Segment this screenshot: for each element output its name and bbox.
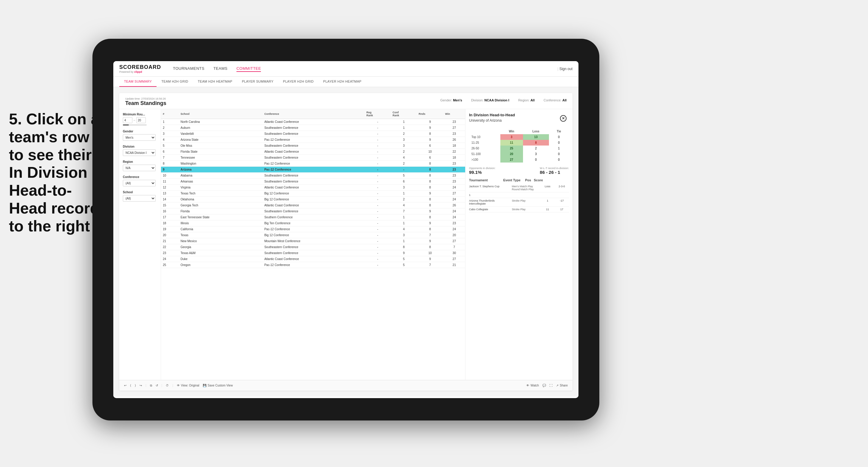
col-num[interactable]: # xyxy=(161,109,179,119)
cell-rnds: 6 xyxy=(417,143,443,149)
sign-out-button[interactable]: Sign out xyxy=(558,67,573,71)
h2h-close-button[interactable]: ✕ xyxy=(560,115,566,122)
table-row[interactable]: 21 New Mexico Mountain West Conference -… xyxy=(161,238,465,244)
table-row[interactable]: 1 North Carolina Atlantic Coast Conferen… xyxy=(161,119,465,125)
table-row[interactable]: 2 Auburn Southeastern Conference - 1 9 2… xyxy=(161,125,465,131)
table-row[interactable]: 12 Virginia Atlantic Coast Conference - … xyxy=(161,185,465,191)
cell-conf-rank: 3 xyxy=(391,137,417,143)
table-row[interactable]: 25 Oregon Pac-12 Conference - 5 7 21 xyxy=(161,262,465,268)
table-row[interactable]: 6 Florida State Atlantic Coast Conferenc… xyxy=(161,149,465,155)
table-row[interactable]: 19 California Pac-12 Conference - 4 8 24 xyxy=(161,226,465,232)
cell-win: 23 xyxy=(443,161,465,167)
cell-num: 9 xyxy=(161,167,179,173)
table-row[interactable]: 15 Georgia Tech Atlantic Coast Conferenc… xyxy=(161,203,465,209)
cell-rnds: 7 xyxy=(417,262,443,268)
save-custom-button[interactable]: 💾 Save Custom View xyxy=(203,384,232,387)
table-row[interactable]: 3 Vanderbilt Southeastern Conference - 2… xyxy=(161,131,465,137)
rounds-min-input[interactable] xyxy=(123,117,132,123)
sub-nav-team-summary[interactable]: TEAM SUMMARY xyxy=(119,76,157,87)
cell-win: 26 xyxy=(443,203,465,209)
h2h-wlt-label: W-L-T record in-division: xyxy=(540,167,569,170)
table-row[interactable]: 18 Illinois Big Ten Conference - 1 9 23 xyxy=(161,220,465,226)
cell-school: Alabama xyxy=(179,173,263,179)
step-forward-button[interactable]: ⟩ xyxy=(135,384,136,387)
cell-conf-rank: 1 xyxy=(391,125,417,131)
table-row[interactable]: 5 Ole Miss Southeastern Conference - 3 6… xyxy=(161,143,465,149)
cell-win: 23 xyxy=(443,167,465,173)
table-row[interactable]: 16 Florida Southeastern Conference - 7 9… xyxy=(161,209,465,214)
cell-conference: Atlantic Coast Conference xyxy=(262,256,364,262)
cell-reg-rank: - xyxy=(365,250,391,256)
tablet-frame: SCOREBOARD Powered by clippd TOURNAMENTS… xyxy=(92,39,599,421)
col-reg-rank[interactable]: RegRank xyxy=(365,109,391,119)
step-back-button[interactable]: ⟨ xyxy=(130,384,131,387)
h2h-cell-label: 11-25 xyxy=(469,140,500,146)
h2h-opponents-label: Opponents in division: xyxy=(469,167,496,170)
sub-nav-team-h2h-heatmap[interactable]: TEAM H2H HEATMAP xyxy=(193,76,237,87)
col-conference[interactable]: Conference xyxy=(262,109,364,119)
rounds-max-input[interactable] xyxy=(136,117,146,123)
logo-sub: Powered by clippd xyxy=(119,70,161,73)
sub-nav-team-h2h-grid[interactable]: TEAM H2H GRID xyxy=(157,76,193,87)
gender-select[interactable]: Men's Women's xyxy=(123,134,156,141)
table-row[interactable]: 20 Texas Big 12 Conference - 3 7 20 xyxy=(161,232,465,238)
gender-filter-group: Gender Men's Women's xyxy=(123,130,157,141)
feedback-button[interactable]: 💬 xyxy=(542,384,546,387)
table-row[interactable]: 17 East Tennessee State Southern Confere… xyxy=(161,214,465,220)
table-row[interactable]: 4 Arizona State Pac-12 Conference - 3 9 … xyxy=(161,137,465,143)
h2h-cell-loss: 0 xyxy=(523,157,549,162)
refresh-button[interactable]: ↺ xyxy=(156,384,158,387)
nav-committee[interactable]: COMMITTEE xyxy=(237,66,261,72)
save-icon: 💾 xyxy=(203,384,206,387)
h2h-cell-win: 27 xyxy=(500,157,523,162)
save-custom-label: Save Custom View xyxy=(208,384,232,387)
col-conf-rank[interactable]: ConfRank xyxy=(391,109,417,119)
table-scroll[interactable]: # School Conference RegRank ConfRank Rnd… xyxy=(161,109,465,380)
region-select[interactable]: N/A All xyxy=(123,165,156,171)
school-select[interactable]: (All) xyxy=(123,195,156,201)
update-time: Update time: 27/03/2024 16:56:26 xyxy=(125,97,166,100)
sub-nav-player-summary[interactable]: PLAYER SUMMARY xyxy=(237,76,278,87)
col-rnds[interactable]: Rnds xyxy=(417,109,443,119)
nav-teams[interactable]: TEAMS xyxy=(214,66,227,72)
cell-reg-rank: - xyxy=(365,209,391,214)
table-row[interactable]: 14 Oklahoma Big 12 Conference - 2 8 24 xyxy=(161,196,465,203)
table-row[interactable]: 23 Texas A&M Southeastern Conference - 9… xyxy=(161,250,465,256)
cell-reg-rank: - xyxy=(365,232,391,238)
watch-button[interactable]: 👁 Watch xyxy=(526,384,539,387)
table-row[interactable]: 11 Arkansas Southeastern Conference - 6 … xyxy=(161,179,465,185)
sub-nav-player-h2h-heatmap[interactable]: PLAYER H2H HEATMAP xyxy=(318,76,366,87)
cell-conference: Pac-12 Conference xyxy=(262,226,364,232)
filter-row-header: Gender: Men's Division: NCAA Division I … xyxy=(440,98,566,102)
view-original-button[interactable]: 👁 View: Original xyxy=(177,384,199,387)
table-row[interactable]: 8 Washington Pac-12 Conference - 2 8 23 xyxy=(161,161,465,167)
fullscreen-button[interactable]: ⛶ xyxy=(550,384,553,387)
redo-button[interactable]: ↪ xyxy=(140,384,142,387)
table-row[interactable]: 7 Tennessee Southeastern Conference - 4 … xyxy=(161,155,465,161)
cell-win: 24 xyxy=(443,196,465,203)
cell-win: 27 xyxy=(443,125,465,131)
share-button[interactable]: ↗ Share xyxy=(556,384,568,387)
copy-button[interactable]: ⧉ xyxy=(150,384,152,387)
col-school[interactable]: School xyxy=(179,109,263,119)
h2h-header-row: In Division Head-to-Head University of A… xyxy=(469,113,569,126)
undo-button[interactable]: ↩ xyxy=(124,384,126,387)
nav-tournaments[interactable]: TOURNAMENTS xyxy=(173,66,205,72)
toolbar: ↩ ⟨ ⟩ ↪ | ⧉ ↺ | ⏱ | 👁 View: Original 💾 xyxy=(119,380,572,391)
cell-school: Arkansas xyxy=(179,179,263,185)
cell-win: 23 xyxy=(443,179,465,185)
col-win[interactable]: Win xyxy=(443,109,465,119)
region-filter-label: Region xyxy=(123,160,157,163)
division-select[interactable]: NCAA Division I NCAA Division II xyxy=(123,149,156,156)
cell-reg-rank: - xyxy=(365,137,391,143)
cell-rnds: 10 xyxy=(417,250,443,256)
table-row[interactable]: 24 Duke Atlantic Coast Conference - 5 9 … xyxy=(161,256,465,262)
table-row[interactable]: 9 Arizona Pac-12 Conference - - 8 23 xyxy=(161,167,465,173)
table-row[interactable]: 10 Alabama Southeastern Conference - 5 8… xyxy=(161,173,465,179)
table-row[interactable]: 22 Georgia Southeastern Conference - 8 8… xyxy=(161,244,465,250)
h2h-cell-loss: 2 xyxy=(523,146,549,151)
conference-select[interactable]: (All) ACC xyxy=(123,180,156,186)
table-row[interactable]: 13 Texas Tech Big 12 Conference - 1 9 27 xyxy=(161,191,465,196)
cell-reg-rank: - xyxy=(365,119,391,125)
sub-nav-player-h2h-grid[interactable]: PLAYER H2H GRID xyxy=(278,76,318,87)
